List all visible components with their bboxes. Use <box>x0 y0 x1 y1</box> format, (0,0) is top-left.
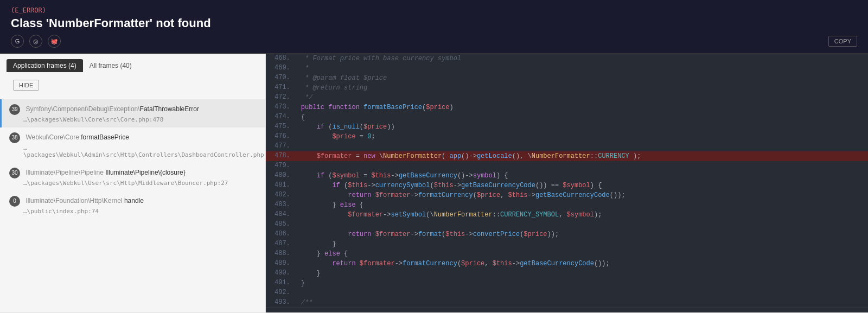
line-code: $formater = new \NumberFormatter( app()-… <box>297 151 868 161</box>
hide-button[interactable]: HIDE <box>13 80 39 91</box>
app-frames-tab[interactable]: Application frames (4) <box>7 59 83 72</box>
code-line: 471. * @return string <box>266 83 868 93</box>
line-number: 471. <box>266 83 297 93</box>
line-number: 476. <box>266 132 297 142</box>
line-code: */ <box>297 93 868 103</box>
copy-button[interactable]: COPY <box>828 36 857 47</box>
all-frames-tab[interactable]: All frames (40) <box>83 59 138 72</box>
code-line: 477. <box>266 142 868 151</box>
line-code: return $formater->formatCurrency($price,… <box>297 190 868 200</box>
frame-item[interactable]: 0 Illuminate\Foundation\Http\Kernel hand… <box>0 191 265 219</box>
frame-item[interactable]: 30 Illuminate\Pipeline\Pipeline Illumina… <box>0 163 265 191</box>
line-number: 482. <box>266 190 297 200</box>
frame-namespace: Illuminate\Pipeline\Pipeline <box>25 169 105 176</box>
code-line: 489. return $formater->formatCurrency($p… <box>266 259 868 269</box>
code-line: 473. public function formatBasePrice($pr… <box>266 103 868 112</box>
line-code: * @param float $price <box>297 73 868 83</box>
frame-file: …\packages\Webkul\Core\src\Core.php:478 <box>9 116 258 123</box>
line-code: } <box>297 278 868 288</box>
line-code: * @return string <box>297 83 868 93</box>
code-line: 479. <box>266 161 868 171</box>
frame-classname: FatalThrowableError <box>140 105 199 113</box>
line-code: } else { <box>297 249 868 259</box>
code-line-highlighted: 478. $formater = new \NumberFormatter( a… <box>266 151 868 161</box>
line-number: 493. <box>266 298 297 308</box>
line-number: 483. <box>266 200 297 210</box>
error-header: (E_ERROR) Class 'NumberFormatter' not fo… <box>0 0 868 54</box>
line-code: if (is_null($price)) <box>297 122 868 132</box>
frame-classname: formatBasePrice <box>81 133 129 141</box>
code-line: 482. return $formater->formatCurrency($p… <box>266 190 868 200</box>
frame-number: 38 <box>9 132 20 143</box>
line-code: $formater->setSymbol(\NumberFormatter::C… <box>297 210 868 220</box>
frame-item[interactable]: 38 Webkul\Core\Core formatBasePrice …\pa… <box>0 127 265 163</box>
code-line: 490. } <box>266 269 868 278</box>
code-line: 486. return $formater->format($this->con… <box>266 229 868 239</box>
error-type: (E_ERROR) <box>11 7 857 14</box>
line-number: 479. <box>266 161 297 171</box>
line-number: 472. <box>266 93 297 103</box>
frame-file: …\packages\Webkul\Admin\src\Http\Control… <box>9 144 258 158</box>
line-number: 480. <box>266 171 297 181</box>
icon-group: G ◎ 🐙 <box>11 35 61 48</box>
line-code: return $formater->formatCurrency($price,… <box>297 259 868 269</box>
line-code: * <box>297 63 868 73</box>
code-area[interactable]: 468. * Format price with base currency s… <box>266 54 868 312</box>
line-number: 484. <box>266 210 297 220</box>
frame-namespace: Webkul\Core\Core <box>25 133 81 141</box>
line-code <box>297 142 868 151</box>
frame-class: Symfony\Component\Debug\Exception\FatalT… <box>25 105 199 113</box>
code-line: 483. } else { <box>266 200 868 210</box>
error-title: Class 'NumberFormatter' not found <box>11 16 857 30</box>
line-number: 475. <box>266 122 297 132</box>
line-number: 487. <box>266 239 297 249</box>
line-code: } <box>297 269 868 278</box>
line-code <box>297 161 868 171</box>
code-line: 488. } else { <box>266 249 868 259</box>
line-number: 474. <box>266 112 297 122</box>
frame-file: …\public\index.php:74 <box>9 208 258 215</box>
line-number: 473. <box>266 103 297 112</box>
line-number: 468. <box>266 54 297 63</box>
code-line: 469. * <box>266 63 868 73</box>
line-code: * Format price with base currency symbol <box>297 54 868 63</box>
code-line: 493. /** <box>266 298 868 308</box>
line-code: $price = 0; <box>297 132 868 142</box>
code-line: 472. */ <box>266 93 868 103</box>
frame-file: …\packages\Webkul\User\src\Http\Middlewa… <box>9 180 258 187</box>
line-number: 491. <box>266 278 297 288</box>
code-table: 468. * Format price with base currency s… <box>266 54 868 308</box>
frame-classname: Illuminate\Pipeline\{closure} <box>105 169 185 176</box>
code-line: 476. $price = 0; <box>266 132 868 142</box>
line-number: 485. <box>266 220 297 229</box>
stackoverflow-icon[interactable]: ◎ <box>29 35 42 48</box>
frame-number: 39 <box>9 104 20 115</box>
line-code: { <box>297 112 868 122</box>
line-number: 470. <box>266 73 297 83</box>
line-code: } else { <box>297 200 868 210</box>
frame-number: 30 <box>9 168 20 178</box>
frames-tabs: Application frames (4) All frames (40) <box>0 54 265 72</box>
line-code: public function formatBasePrice($price) <box>297 103 868 112</box>
github-icon[interactable]: 🐙 <box>48 35 61 48</box>
frame-class: Illuminate\Foundation\Http\Kernel handle <box>25 197 143 205</box>
line-code <box>297 288 868 298</box>
frame-namespace: Symfony\Component\Debug\Exception\ <box>25 105 139 113</box>
error-icons-row: G ◎ 🐙 COPY <box>11 35 857 48</box>
line-code: /** <box>297 298 868 308</box>
code-line: 492. <box>266 288 868 298</box>
google-icon[interactable]: G <box>11 35 24 48</box>
code-line: 485. <box>266 220 868 229</box>
line-code: return $formater->format($this->convertP… <box>297 229 868 239</box>
line-code <box>297 220 868 229</box>
code-line: 487. } <box>266 239 868 249</box>
frame-class: Illuminate\Pipeline\Pipeline Illuminate\… <box>25 169 185 176</box>
code-line: 468. * Format price with base currency s… <box>266 54 868 63</box>
arguments-section: Arguments 1. "Class 'NumberFormatter' no… <box>266 308 868 312</box>
line-number: 492. <box>266 288 297 298</box>
code-line: 484. $formater->setSymbol(\NumberFormatt… <box>266 210 868 220</box>
frame-namespace: Illuminate\Foundation\Http\Kernel <box>25 197 124 205</box>
code-line: 474. { <box>266 112 868 122</box>
frame-item[interactable]: 39 Symfony\Component\Debug\Exception\Fat… <box>0 99 265 127</box>
line-number: 481. <box>266 181 297 190</box>
